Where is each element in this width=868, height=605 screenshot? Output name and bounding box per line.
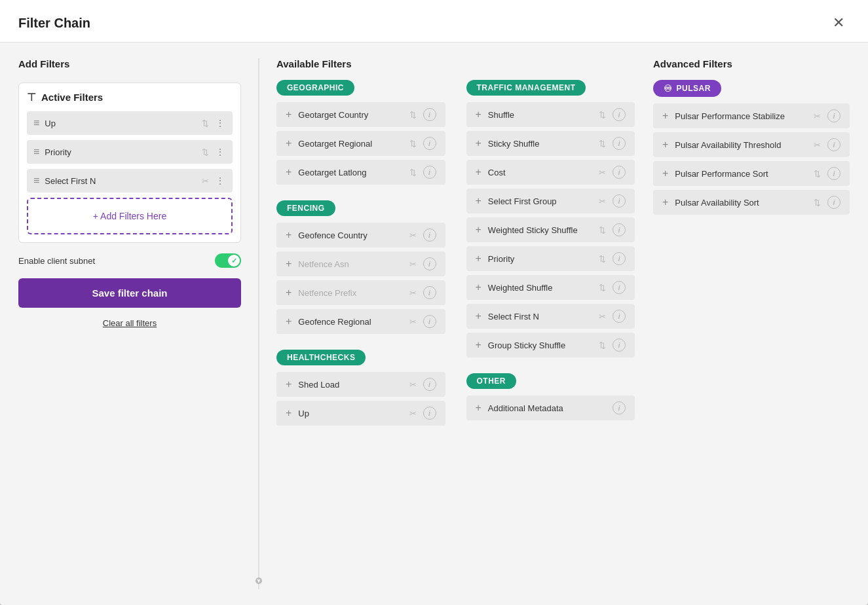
save-filter-chain-button[interactable]: Save filter chain [18, 278, 241, 308]
info-up-healthchecks[interactable]: i [423, 407, 436, 420]
info-pulsar-avail-sort[interactable]: i [827, 196, 840, 209]
info-shuffle[interactable]: i [613, 108, 626, 121]
plus-geotarget-latlong[interactable]: + [286, 166, 292, 178]
info-cost[interactable]: i [613, 166, 626, 179]
filter-priority-tm: + Priority ⇅ i [466, 246, 635, 271]
plus-additional-metadata[interactable]: + [476, 402, 481, 414]
add-filters-dashed-box[interactable]: + Add Filters Here [27, 198, 233, 234]
category-healthchecks: HEALTHCHECKS + Shed Load ✂ i [276, 350, 445, 426]
info-geotarget-country[interactable]: i [423, 108, 436, 121]
plus-cost[interactable]: + [476, 166, 481, 178]
info-weighted-shuffle[interactable]: i [613, 281, 626, 294]
plus-shed-load[interactable]: + [286, 378, 292, 390]
info-sticky-shuffle[interactable]: i [613, 137, 626, 150]
info-geofence-regional[interactable]: i [423, 315, 436, 328]
filter-label-up: Up [45, 119, 56, 128]
info-weighted-sticky-shuffle[interactable]: i [613, 223, 626, 236]
plus-shuffle[interactable]: + [476, 109, 481, 120]
advanced-filters-title: Advanced Filters [653, 58, 850, 69]
active-filter-row-up: ≡ Up ⇅ ⋮ [27, 111, 233, 135]
drag-handle-selectfirstn[interactable]: ≡ [33, 175, 39, 187]
filter-group-sticky-shuffle: + Group Sticky Shuffle ⇅ i [466, 333, 635, 358]
category-pulsar: ♾ PULSAR + Pulsar Performance Stabilize … [653, 80, 850, 215]
info-shed-load[interactable]: i [423, 378, 436, 391]
more-options-up[interactable]: ⋮ [214, 117, 226, 130]
filter-name-netfence-asn: Netfence Asn [298, 259, 349, 269]
divider: ▼ [258, 58, 259, 589]
scissors-cost: ✂ [599, 168, 606, 177]
filter-name-geotarget-latlong: Geotarget Latlong [298, 168, 366, 177]
toggle-knob: ✓ [228, 255, 240, 266]
plus-up-healthchecks[interactable]: + [286, 407, 292, 419]
info-geotarget-latlong[interactable]: i [423, 166, 436, 179]
sort-priority-tm: ⇅ [599, 254, 606, 264]
clear-all-link[interactable]: Clear all filters [18, 318, 241, 328]
filter-additional-metadata: + Additional Metadata i [466, 395, 635, 420]
plus-sticky-shuffle[interactable]: + [476, 138, 481, 149]
info-pulsar-perf-stabilize[interactable]: i [827, 109, 840, 122]
filter-sticky-shuffle: + Sticky Shuffle ⇅ i [466, 131, 635, 156]
left-column: GEOGRAPHIC + Geotarget Country ⇅ i [276, 80, 445, 441]
info-additional-metadata[interactable]: i [613, 401, 626, 414]
more-options-priority[interactable]: ⋮ [214, 145, 226, 158]
plus-select-first-n[interactable]: + [476, 310, 481, 322]
sort-geotarget-regional: ⇅ [409, 139, 417, 149]
scissors-icon-selectfirstn: ✂ [202, 176, 209, 186]
filter-name-select-first-n: Select First N [488, 312, 539, 321]
drag-handle-priority[interactable]: ≡ [33, 146, 39, 158]
right-panel: Advanced Filters ♾ PULSAR + Pulsar Perfo… [653, 58, 850, 589]
info-pulsar-perf-sort[interactable]: i [827, 167, 840, 180]
enable-subnet-label: Enable client subnet [18, 256, 95, 266]
healthchecks-badge: HEALTHCHECKS [276, 350, 366, 365]
active-filters-label: Active Filters [41, 92, 103, 103]
info-netfence-prefix[interactable]: i [423, 286, 436, 299]
plus-geofence-country[interactable]: + [286, 229, 292, 241]
plus-pulsar-avail-threshold[interactable]: + [662, 139, 668, 151]
filter-select-first-n: + Select First N ✂ i [466, 304, 635, 329]
geographic-badge: GEOGRAPHIC [276, 80, 354, 96]
plus-priority-tm[interactable]: + [476, 253, 481, 265]
filter-geofence-country: + Geofence Country ✂ i [276, 223, 445, 248]
plus-netfence-prefix[interactable]: + [286, 287, 292, 299]
sort-geotarget-country: ⇅ [409, 110, 417, 120]
plus-geotarget-country[interactable]: + [286, 109, 292, 120]
modal-title: Filter Chain [18, 16, 90, 31]
plus-pulsar-perf-sort[interactable]: + [662, 168, 668, 179]
more-options-selectfirstn[interactable]: ⋮ [214, 174, 226, 187]
plus-geofence-regional[interactable]: + [286, 316, 292, 327]
sort-icon-priority: ⇅ [202, 147, 209, 157]
plus-select-first-group[interactable]: + [476, 195, 481, 207]
filter-name-geotarget-regional: Geotarget Regional [298, 139, 372, 149]
info-pulsar-avail-threshold[interactable]: i [827, 138, 840, 151]
plus-pulsar-avail-sort[interactable]: + [662, 196, 668, 208]
enable-subnet-toggle[interactable]: ✓ [215, 253, 241, 268]
filter-name-priority-tm: Priority [488, 254, 514, 264]
close-button[interactable]: ✕ [827, 12, 850, 34]
plus-weighted-sticky-shuffle[interactable]: + [476, 224, 481, 236]
filter-name-group-sticky-shuffle: Group Sticky Shuffle [488, 340, 565, 350]
filter-label-priority: Priority [45, 147, 71, 157]
plus-pulsar-perf-stabilize[interactable]: + [662, 110, 668, 122]
plus-geotarget-regional[interactable]: + [286, 138, 292, 149]
info-geotarget-regional[interactable]: i [423, 137, 436, 150]
filter-cost: + Cost ✂ i [466, 160, 635, 185]
plus-group-sticky-shuffle[interactable]: + [476, 339, 481, 351]
category-fencing: FENCING + Geofence Country ✂ i [276, 200, 445, 334]
filter-label-selectfirstn: Select First N [45, 176, 96, 186]
filter-netfence-prefix: + Netfence Prefix ✂ i [276, 280, 445, 305]
plus-weighted-shuffle[interactable]: + [476, 282, 481, 293]
available-filters-grid: GEOGRAPHIC + Geotarget Country ⇅ i [276, 80, 635, 441]
info-select-first-group[interactable]: i [613, 194, 626, 208]
drag-handle-up[interactable]: ≡ [33, 117, 39, 129]
active-filter-row-priority: ≡ Priority ⇅ ⋮ [27, 140, 233, 164]
filter-name-weighted-sticky-shuffle: Weighted Sticky Shuffle [488, 225, 578, 235]
plus-netfence-asn[interactable]: + [286, 258, 292, 270]
info-select-first-n[interactable]: i [613, 310, 626, 323]
info-priority-tm[interactable]: i [613, 252, 626, 265]
info-geofence-country[interactable]: i [423, 229, 436, 242]
filter-name-up-healthchecks: Up [298, 409, 309, 418]
active-filters-header: ⊤ Active Filters [27, 91, 233, 103]
add-filters-label: + Add Filters Here [93, 211, 166, 221]
info-group-sticky-shuffle[interactable]: i [613, 339, 626, 352]
info-netfence-asn[interactable]: i [423, 257, 436, 270]
